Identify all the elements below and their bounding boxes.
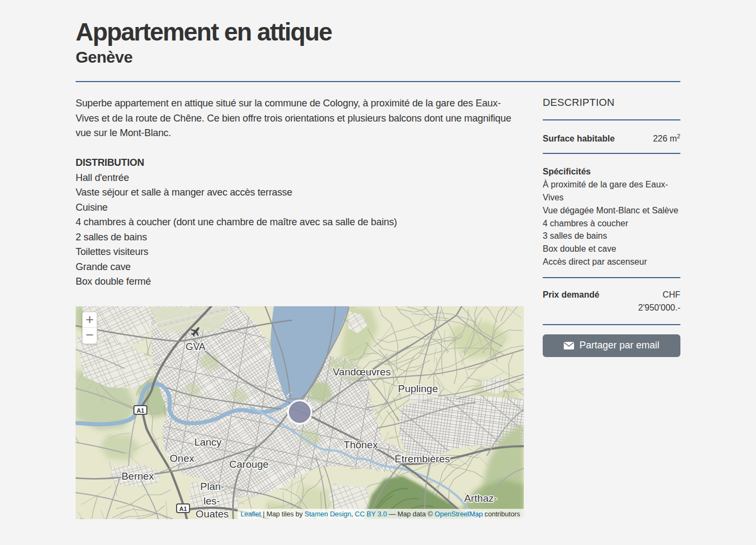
svg-text:Plan-: Plan-	[200, 481, 224, 492]
svg-text:les-: les-	[204, 495, 220, 507]
svg-text:Bernex: Bernex	[122, 470, 154, 482]
svg-text:Carouge: Carouge	[230, 459, 269, 470]
svg-text:A1: A1	[137, 407, 144, 413]
svg-text:Étrembières: Étrembières	[395, 453, 450, 465]
svg-text:Onex: Onex	[170, 453, 194, 464]
svg-text:Thônex: Thônex	[343, 439, 378, 450]
svg-text:Puplinge: Puplinge	[398, 383, 438, 394]
svg-text:Lancy: Lancy	[194, 436, 222, 448]
svg-text:Vandœuvres: Vandœuvres	[333, 366, 390, 378]
svg-text:Ouates: Ouates	[195, 508, 228, 519]
svg-text:A1: A1	[179, 505, 187, 512]
svg-text:GVA: GVA	[186, 341, 206, 352]
svg-text:Arthaz-: Arthaz-	[464, 493, 497, 504]
